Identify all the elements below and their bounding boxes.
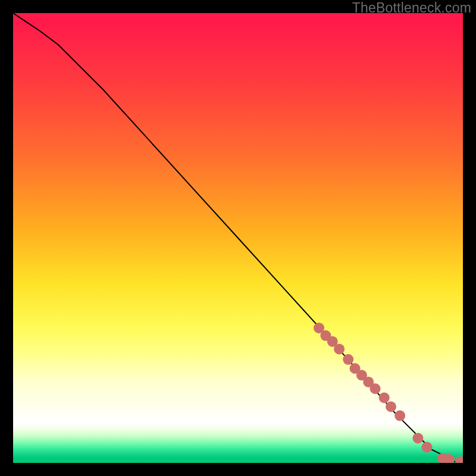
data-marker — [343, 354, 353, 365]
curve-line — [13, 13, 463, 463]
data-marker — [422, 442, 433, 453]
data-marker — [370, 383, 381, 394]
data-marker — [386, 402, 396, 412]
data-marker — [334, 344, 345, 355]
plot-area — [13, 13, 463, 463]
data-marker — [412, 433, 423, 443]
data-marker — [455, 456, 463, 463]
data-marker — [394, 411, 405, 421]
chart-svg — [13, 13, 463, 463]
watermark-label: TheBottleneck.com — [352, 0, 471, 16]
data-marker — [379, 392, 390, 403]
chart-frame: TheBottleneck.com — [0, 0, 476, 476]
